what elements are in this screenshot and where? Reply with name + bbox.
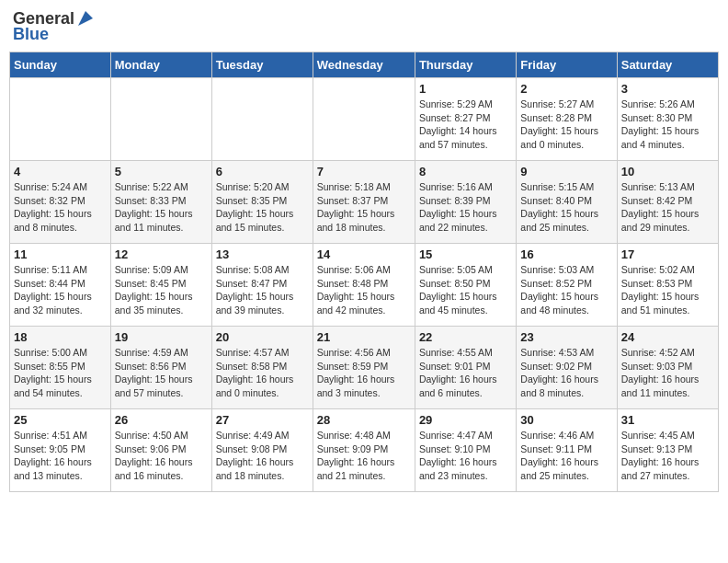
day-number: 20: [216, 330, 309, 344]
day-number: 24: [621, 330, 714, 344]
calendar-cell: 30Sunrise: 4:46 AMSunset: 9:11 PMDayligh…: [517, 409, 617, 492]
day-number: 28: [317, 413, 411, 427]
calendar-row-2: 11Sunrise: 5:11 AMSunset: 8:44 PMDayligh…: [10, 244, 719, 327]
day-number: 12: [115, 247, 208, 261]
calendar-cell: 12Sunrise: 5:09 AMSunset: 8:45 PMDayligh…: [110, 244, 211, 327]
calendar-cell: 31Sunrise: 4:45 AMSunset: 9:13 PMDayligh…: [617, 409, 718, 492]
calendar-cell: 8Sunrise: 5:16 AMSunset: 8:39 PMDaylight…: [415, 161, 516, 244]
calendar-cell: 20Sunrise: 4:57 AMSunset: 8:58 PMDayligh…: [211, 327, 313, 409]
calendar-cell: 28Sunrise: 4:48 AMSunset: 9:09 PMDayligh…: [313, 409, 415, 492]
day-info: Sunrise: 5:16 AMSunset: 8:39 PMDaylight:…: [419, 181, 497, 233]
day-info: Sunrise: 5:15 AMSunset: 8:40 PMDaylight:…: [520, 181, 598, 233]
day-number: 7: [317, 165, 411, 178]
day-info: Sunrise: 5:13 AMSunset: 8:42 PMDaylight:…: [621, 181, 700, 233]
calendar-row-4: 25Sunrise: 4:51 AMSunset: 9:05 PMDayligh…: [10, 409, 719, 492]
calendar-cell: 26Sunrise: 4:50 AMSunset: 9:06 PMDayligh…: [110, 409, 211, 492]
calendar-cell: 23Sunrise: 4:53 AMSunset: 9:02 PMDayligh…: [517, 327, 617, 409]
calendar-cell: [110, 78, 211, 161]
day-number: 18: [14, 330, 107, 344]
calendar-cell: 27Sunrise: 4:49 AMSunset: 9:08 PMDayligh…: [211, 409, 313, 492]
calendar-cell: 16Sunrise: 5:03 AMSunset: 8:52 PMDayligh…: [517, 244, 617, 327]
calendar-row-3: 18Sunrise: 5:00 AMSunset: 8:55 PMDayligh…: [10, 327, 719, 409]
day-number: 10: [621, 165, 714, 178]
day-number: 14: [317, 247, 411, 261]
calendar-cell: 1Sunrise: 5:29 AMSunset: 8:27 PMDaylight…: [415, 78, 516, 161]
column-header-wednesday: Wednesday: [313, 52, 415, 78]
day-number: 26: [115, 413, 208, 427]
day-number: 2: [520, 82, 612, 96]
calendar-cell: 5Sunrise: 5:22 AMSunset: 8:33 PMDaylight…: [110, 161, 211, 244]
day-info: Sunrise: 5:08 AMSunset: 8:47 PMDaylight:…: [216, 264, 294, 316]
day-number: 1: [419, 82, 512, 96]
day-info: Sunrise: 4:50 AMSunset: 9:06 PMDaylight:…: [115, 430, 193, 481]
calendar-cell: 3Sunrise: 5:26 AMSunset: 8:30 PMDaylight…: [617, 78, 718, 161]
calendar-cell: 18Sunrise: 5:00 AMSunset: 8:55 PMDayligh…: [10, 327, 111, 409]
day-info: Sunrise: 4:57 AMSunset: 8:58 PMDaylight:…: [216, 347, 294, 398]
day-number: 27: [216, 413, 309, 427]
day-info: Sunrise: 4:49 AMSunset: 9:08 PMDaylight:…: [216, 430, 294, 481]
calendar-cell: 19Sunrise: 4:59 AMSunset: 8:56 PMDayligh…: [110, 327, 211, 409]
calendar-table: SundayMondayTuesdayWednesdayThursdayFrid…: [9, 52, 719, 492]
calendar-cell: [313, 78, 415, 161]
column-header-thursday: Thursday: [415, 52, 516, 78]
day-info: Sunrise: 4:48 AMSunset: 9:09 PMDaylight:…: [317, 430, 395, 481]
calendar-cell: 2Sunrise: 5:27 AMSunset: 8:28 PMDaylight…: [517, 78, 617, 161]
day-info: Sunrise: 5:02 AMSunset: 8:53 PMDaylight:…: [621, 264, 700, 316]
calendar-body: 1Sunrise: 5:29 AMSunset: 8:27 PMDaylight…: [10, 78, 719, 492]
day-number: 8: [419, 165, 512, 178]
day-info: Sunrise: 5:24 AMSunset: 8:32 PMDaylight:…: [14, 181, 92, 233]
day-number: 5: [115, 165, 208, 178]
calendar-cell: 6Sunrise: 5:20 AMSunset: 8:35 PMDaylight…: [211, 161, 313, 244]
day-number: 15: [419, 247, 512, 261]
calendar-cell: 21Sunrise: 4:56 AMSunset: 8:59 PMDayligh…: [313, 327, 415, 409]
calendar-cell: 11Sunrise: 5:11 AMSunset: 8:44 PMDayligh…: [10, 244, 111, 327]
calendar-header: SundayMondayTuesdayWednesdayThursdayFrid…: [10, 52, 719, 78]
calendar-cell: 13Sunrise: 5:08 AMSunset: 8:47 PMDayligh…: [211, 244, 313, 327]
day-number: 16: [520, 247, 612, 261]
day-info: Sunrise: 4:52 AMSunset: 9:03 PMDaylight:…: [621, 347, 700, 398]
day-number: 19: [115, 330, 208, 344]
calendar-cell: 10Sunrise: 5:13 AMSunset: 8:42 PMDayligh…: [617, 161, 718, 244]
day-info: Sunrise: 5:27 AMSunset: 8:28 PMDaylight:…: [520, 98, 598, 150]
day-info: Sunrise: 4:47 AMSunset: 9:10 PMDaylight:…: [419, 430, 497, 481]
calendar-cell: 22Sunrise: 4:55 AMSunset: 9:01 PMDayligh…: [415, 327, 516, 409]
svg-marker-0: [78, 11, 93, 26]
day-info: Sunrise: 4:56 AMSunset: 8:59 PMDaylight:…: [317, 347, 395, 398]
day-info: Sunrise: 5:05 AMSunset: 8:50 PMDaylight:…: [419, 264, 497, 316]
day-info: Sunrise: 5:18 AMSunset: 8:37 PMDaylight:…: [317, 181, 395, 233]
header-row: SundayMondayTuesdayWednesdayThursdayFrid…: [10, 52, 719, 78]
day-number: 31: [621, 413, 714, 427]
calendar-cell: 24Sunrise: 4:52 AMSunset: 9:03 PMDayligh…: [617, 327, 718, 409]
day-info: Sunrise: 5:29 AMSunset: 8:27 PMDaylight:…: [419, 98, 497, 150]
logo-blue-text: Blue: [13, 25, 49, 44]
calendar-cell: 25Sunrise: 4:51 AMSunset: 9:05 PMDayligh…: [10, 409, 111, 492]
day-info: Sunrise: 4:46 AMSunset: 9:11 PMDaylight:…: [520, 430, 598, 481]
page-header: General Blue: [9, 9, 719, 44]
day-number: 3: [621, 82, 714, 96]
day-number: 21: [317, 330, 411, 344]
day-info: Sunrise: 5:09 AMSunset: 8:45 PMDaylight:…: [115, 264, 193, 316]
calendar-cell: 7Sunrise: 5:18 AMSunset: 8:37 PMDaylight…: [313, 161, 415, 244]
calendar-cell: 14Sunrise: 5:06 AMSunset: 8:48 PMDayligh…: [313, 244, 415, 327]
column-header-monday: Monday: [110, 52, 211, 78]
calendar-cell: [10, 78, 111, 161]
calendar-cell: 29Sunrise: 4:47 AMSunset: 9:10 PMDayligh…: [415, 409, 516, 492]
logo: General Blue: [13, 9, 95, 44]
calendar-row-1: 4Sunrise: 5:24 AMSunset: 8:32 PMDaylight…: [10, 161, 719, 244]
day-info: Sunrise: 5:11 AMSunset: 8:44 PMDaylight:…: [14, 264, 92, 316]
logo-icon: [76, 9, 95, 28]
column-header-friday: Friday: [517, 52, 617, 78]
day-number: 30: [520, 413, 612, 427]
day-info: Sunrise: 4:55 AMSunset: 9:01 PMDaylight:…: [419, 347, 497, 398]
calendar-cell: 17Sunrise: 5:02 AMSunset: 8:53 PMDayligh…: [617, 244, 718, 327]
day-info: Sunrise: 5:22 AMSunset: 8:33 PMDaylight:…: [115, 181, 193, 233]
calendar-row-0: 1Sunrise: 5:29 AMSunset: 8:27 PMDaylight…: [10, 78, 719, 161]
day-number: 4: [14, 165, 107, 178]
day-number: 17: [621, 247, 714, 261]
day-info: Sunrise: 4:59 AMSunset: 8:56 PMDaylight:…: [115, 347, 193, 398]
column-header-sunday: Sunday: [10, 52, 111, 78]
day-info: Sunrise: 5:06 AMSunset: 8:48 PMDaylight:…: [317, 264, 395, 316]
day-number: 9: [520, 165, 612, 178]
day-number: 23: [520, 330, 612, 344]
calendar-cell: 9Sunrise: 5:15 AMSunset: 8:40 PMDaylight…: [517, 161, 617, 244]
